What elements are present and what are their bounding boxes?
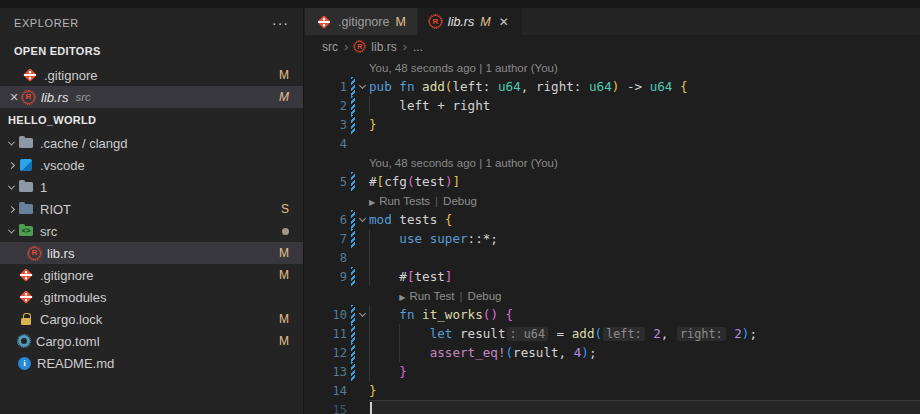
line-number: 8 <box>305 251 351 265</box>
tree-item-readme-md[interactable]: iREADME.md <box>0 352 303 374</box>
token: fn <box>399 79 414 94</box>
tree-item-cargo-toml[interactable]: Cargo.tomlM <box>0 330 303 352</box>
tree-item-riot[interactable]: RIOTS <box>0 198 303 220</box>
codelens-link-run-tests[interactable]: Run Tests <box>379 195 430 207</box>
line-content <box>369 400 920 414</box>
token: mod <box>369 212 392 227</box>
token: result <box>513 345 559 360</box>
token: } <box>369 383 377 398</box>
code-line-4[interactable]: 4 <box>305 134 920 153</box>
token: add <box>572 326 595 341</box>
tree-item-src[interactable]: src <box>0 220 303 242</box>
open-editors-list: .gitignoreM✕Rlib.rssrcM <box>0 64 303 108</box>
line-content: } <box>369 381 920 400</box>
tab-gitignore[interactable]: .gitignoreM <box>305 8 417 35</box>
token: , <box>559 345 574 360</box>
line-number: 12 <box>305 346 351 360</box>
token <box>422 231 430 246</box>
token: fn <box>399 307 414 322</box>
file-label: RIOT <box>40 202 71 217</box>
code-line-10[interactable]: 10 fn it_works() { <box>305 305 920 324</box>
token: ( <box>445 79 453 94</box>
chevron-down-icon[interactable] <box>4 185 18 190</box>
chevron-down-icon[interactable] <box>4 229 18 234</box>
line-number: 4 <box>305 137 351 151</box>
indent-guide <box>369 324 370 343</box>
token: test <box>415 174 445 189</box>
indent-guide <box>369 362 370 381</box>
token: ( <box>483 307 491 322</box>
tree-item-gitmodules[interactable]: .gitmodules <box>0 286 303 308</box>
chevron-down-icon[interactable] <box>4 141 18 146</box>
line-number: 11 <box>305 327 351 341</box>
file-label: .gitignore <box>40 268 93 283</box>
code-line-8[interactable]: 8 <box>305 248 920 267</box>
breadcrumb-separator: › <box>344 39 348 54</box>
token: ) <box>490 307 498 322</box>
token: result <box>460 326 506 341</box>
token <box>672 79 680 94</box>
codelens-link-debug[interactable]: Debug <box>468 290 502 302</box>
code-view[interactable]: You, 48 seconds ago | 1 author (You)1pub… <box>305 58 920 414</box>
explorer-sidebar: EXPLORER ··· OPEN EDITORS .gitignoreM✕Rl… <box>0 8 304 414</box>
line-number: 2 <box>305 99 351 113</box>
file-label: lib.rs <box>41 90 68 105</box>
close-icon[interactable]: ✕ <box>497 15 511 29</box>
indent-guide <box>369 229 370 248</box>
code-line-5[interactable]: 5#[cfg(test)] <box>305 172 920 191</box>
breadcrumb-item-lib-rs[interactable]: lib.rs <box>371 40 396 54</box>
modified-badge: M <box>480 15 490 29</box>
code-line-15[interactable]: 15 <box>305 400 920 414</box>
file-label: Cargo.lock <box>40 312 102 327</box>
code-line-3[interactable]: 3} <box>305 115 920 134</box>
token <box>415 307 423 322</box>
codelens: ▶Run Test|Debug <box>305 286 920 305</box>
indent-guide <box>399 324 400 343</box>
editor-area: .gitignoreMRlib.rsM✕ src›Rlib.rs›... You… <box>305 8 920 414</box>
code-line-7[interactable]: 7 use super::*; <box>305 229 920 248</box>
folder-icon <box>18 135 34 151</box>
rust-icon: R <box>28 247 41 260</box>
chevron-right-icon[interactable] <box>4 207 18 212</box>
code-line-1[interactable]: 1pub fn add(left: u64, right: u64) -> u6… <box>305 77 920 96</box>
code-line-11[interactable]: 11 let result: u64 = add(left: 2, right:… <box>305 324 920 343</box>
code-line-13[interactable]: 13 } <box>305 362 920 381</box>
fold-chevron-icon[interactable] <box>356 314 369 316</box>
code-line-2[interactable]: 2 left + right <box>305 96 920 115</box>
token <box>369 98 399 113</box>
code-line-14[interactable]: 14} <box>305 381 920 400</box>
fold-chevron-icon[interactable] <box>356 86 369 88</box>
tab-lib-rs[interactable]: Rlib.rsM✕ <box>418 8 522 35</box>
token <box>498 307 506 322</box>
project-header[interactable]: HELLO_WORLD <box>0 108 303 132</box>
token: } <box>369 117 377 132</box>
breadcrumb-item-[interactable]: ... <box>413 40 423 54</box>
close-icon[interactable]: ✕ <box>6 91 22 104</box>
tree-item-vscode[interactable]: .vscode <box>0 154 303 176</box>
breadcrumb-item-src[interactable]: src <box>322 40 338 54</box>
tree-item-1[interactable]: 1 <box>0 176 303 198</box>
open-editor-gitignore[interactable]: .gitignoreM <box>0 64 303 86</box>
codelens-link-debug[interactable]: Debug <box>443 195 477 207</box>
chevron-right-icon[interactable] <box>4 163 18 168</box>
tree-item-gitignore[interactable]: .gitignoreM <box>0 264 303 286</box>
modified-badge: M <box>395 15 405 29</box>
indent-guide <box>369 343 370 362</box>
code-line-12[interactable]: 12 assert_eq!(result, 4); <box>305 343 920 362</box>
modified-gutter-bar <box>351 210 355 229</box>
more-actions-icon[interactable]: ··· <box>272 15 289 31</box>
tree-item-cargo-lock[interactable]: Cargo.lockM <box>0 308 303 330</box>
token <box>415 79 423 94</box>
codelens-link-run-test[interactable]: Run Test <box>409 290 454 302</box>
fold-chevron-icon[interactable] <box>356 219 369 221</box>
open-editors-header[interactable]: OPEN EDITORS <box>0 38 303 64</box>
code-line-9[interactable]: 9 #[test] <box>305 267 920 286</box>
tree-item-lib-rs[interactable]: Rlib.rsM <box>0 242 303 264</box>
tree-item-cache-clangd[interactable]: .cache / clangd <box>0 132 303 154</box>
indent-guide <box>369 96 370 115</box>
token <box>369 307 399 322</box>
line-content: #[cfg(test)] <box>369 172 920 191</box>
open-editor-lib-rs[interactable]: ✕Rlib.rssrcM <box>0 86 303 108</box>
token: , <box>661 326 676 341</box>
code-line-6[interactable]: 6mod tests { <box>305 210 920 229</box>
